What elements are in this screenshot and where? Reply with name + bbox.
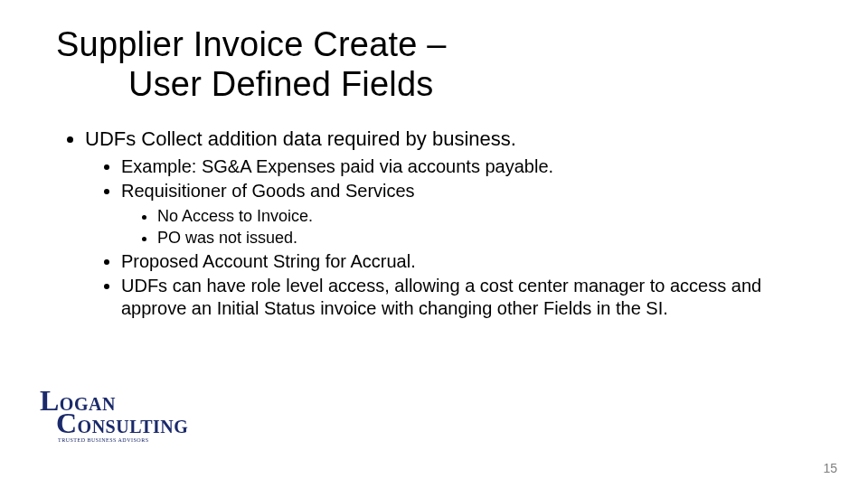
logo-tagline: TRUSTED BUSINESS ADVISORS bbox=[40, 438, 188, 443]
bullet-text: PO was not issued. bbox=[157, 229, 297, 247]
title-line-2: User Defined Fields bbox=[56, 65, 447, 105]
logan-consulting-logo: LOGAN CONSULTING TRUSTED BUSINESS ADVISO… bbox=[40, 388, 188, 443]
bullet-list: No Access to Invoice. PO was not issued. bbox=[121, 206, 814, 249]
bullet-list: Example: SG&A Expenses paid via accounts… bbox=[85, 155, 814, 320]
logo-text-onsulting: ONSULTING bbox=[78, 417, 189, 436]
slide-title: Supplier Invoice Create – User Defined F… bbox=[56, 25, 447, 104]
logo-line-2: CONSULTING bbox=[40, 410, 188, 436]
page-number: 15 bbox=[823, 461, 837, 475]
bullet-text: No Access to Invoice. bbox=[157, 207, 313, 225]
slide: Supplier Invoice Create – User Defined F… bbox=[0, 0, 868, 488]
list-item: Proposed Account String for Accrual. bbox=[121, 250, 814, 273]
list-item: UDFs can have role level access, allowin… bbox=[121, 275, 814, 320]
list-item: UDFs Collect addition data required by b… bbox=[85, 127, 814, 320]
list-item: PO was not issued. bbox=[157, 228, 814, 249]
bullet-text: Example: SG&A Expenses paid via accounts… bbox=[121, 156, 553, 176]
bullet-text: UDFs Collect addition data required by b… bbox=[85, 127, 516, 150]
list-item: Requisitioner of Goods and Services No A… bbox=[121, 180, 814, 249]
title-line-1: Supplier Invoice Create – bbox=[56, 25, 447, 63]
bullet-text: UDFs can have role level access, allowin… bbox=[121, 276, 761, 318]
bullet-list: UDFs Collect addition data required by b… bbox=[63, 127, 814, 320]
logo-letter-c: C bbox=[56, 407, 78, 439]
bullet-text: Proposed Account String for Accrual. bbox=[121, 251, 416, 271]
bullet-text: Requisitioner of Goods and Services bbox=[121, 181, 415, 201]
list-item: Example: SG&A Expenses paid via accounts… bbox=[121, 155, 814, 178]
slide-body: UDFs Collect addition data required by b… bbox=[63, 127, 814, 322]
list-item: No Access to Invoice. bbox=[157, 206, 814, 227]
